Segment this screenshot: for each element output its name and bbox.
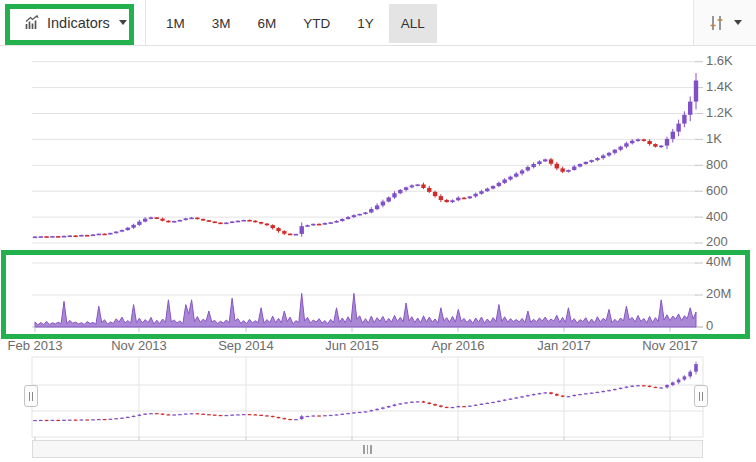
candlestick-series bbox=[33, 73, 698, 238]
toolbar-spacer bbox=[437, 0, 693, 45]
svg-text:1.4K: 1.4K bbox=[706, 79, 733, 94]
svg-text:200: 200 bbox=[706, 234, 728, 249]
period-buttons: 1M3M6MYTD1YALL bbox=[154, 0, 437, 45]
period-button-1m[interactable]: 1M bbox=[154, 4, 197, 43]
price-volume-chart[interactable]: 2004006008001K1.2K1.4K1.6K020M40MFeb 201… bbox=[0, 46, 756, 462]
svg-text:Jan 2017: Jan 2017 bbox=[537, 338, 591, 353]
svg-text:40M: 40M bbox=[706, 254, 731, 269]
svg-text:1.2K: 1.2K bbox=[706, 105, 733, 120]
svg-text:Feb 2013: Feb 2013 bbox=[8, 338, 63, 353]
svg-text:Nov 2017: Nov 2017 bbox=[642, 338, 698, 353]
chart-type-button[interactable] bbox=[694, 0, 756, 45]
navigator-right-handle[interactable] bbox=[694, 385, 708, 407]
chart-area: 2004006008001K1.2K1.4K1.6K020M40MFeb 201… bbox=[0, 46, 756, 462]
navigator-left-handle[interactable] bbox=[24, 385, 38, 407]
chart-type-icon bbox=[708, 15, 725, 31]
navigator-series bbox=[33, 361, 698, 421]
navigator-scrollbar[interactable] bbox=[32, 440, 703, 458]
indicators-label: Indicators bbox=[47, 15, 110, 31]
svg-text:800: 800 bbox=[706, 157, 728, 172]
period-button-1y[interactable]: 1Y bbox=[345, 4, 386, 43]
svg-text:1K: 1K bbox=[706, 131, 722, 146]
indicators-group: Indicators bbox=[0, 0, 146, 45]
period-button-all[interactable]: ALL bbox=[389, 4, 437, 43]
period-button-ytd[interactable]: YTD bbox=[291, 4, 342, 43]
chevron-down-icon bbox=[734, 20, 742, 25]
chevron-down-icon bbox=[119, 20, 127, 25]
svg-text:0: 0 bbox=[706, 318, 713, 333]
indicators-button[interactable]: Indicators bbox=[16, 9, 135, 37]
svg-text:Nov 2013: Nov 2013 bbox=[111, 338, 167, 353]
period-button-6m[interactable]: 6M bbox=[245, 4, 288, 43]
stock-chart-app: Indicators 1M3M6MYTD1YALL 2004006008001K… bbox=[0, 0, 756, 462]
svg-text:Apr 2016: Apr 2016 bbox=[432, 338, 485, 353]
svg-text:20M: 20M bbox=[706, 286, 731, 301]
svg-text:1.6K: 1.6K bbox=[706, 53, 733, 68]
svg-text:600: 600 bbox=[706, 183, 728, 198]
scrollbar-grip-icon[interactable] bbox=[363, 445, 372, 454]
period-button-3m[interactable]: 3M bbox=[200, 4, 243, 43]
toolbar: Indicators 1M3M6MYTD1YALL bbox=[0, 0, 756, 46]
svg-text:Sep 2014: Sep 2014 bbox=[218, 338, 274, 353]
svg-text:Jun 2015: Jun 2015 bbox=[325, 338, 379, 353]
indicators-chart-icon bbox=[24, 15, 40, 31]
svg-text:400: 400 bbox=[706, 209, 728, 224]
